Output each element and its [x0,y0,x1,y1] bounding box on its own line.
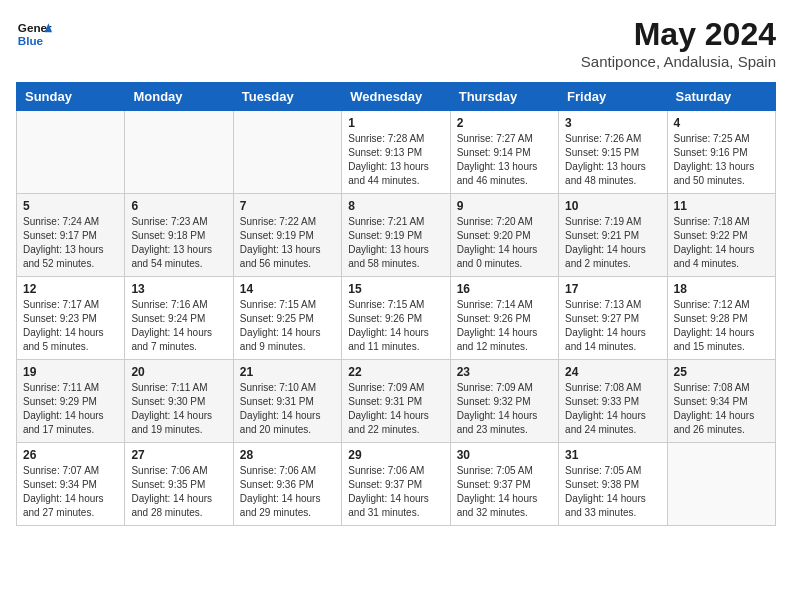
calendar-cell: 26Sunrise: 7:07 AM Sunset: 9:34 PM Dayli… [17,443,125,526]
calendar-cell: 19Sunrise: 7:11 AM Sunset: 9:29 PM Dayli… [17,360,125,443]
day-info: Sunrise: 7:19 AM Sunset: 9:21 PM Dayligh… [565,216,646,269]
calendar-cell: 13Sunrise: 7:16 AM Sunset: 9:24 PM Dayli… [125,277,233,360]
logo-icon: General Blue [16,16,52,52]
day-info: Sunrise: 7:28 AM Sunset: 9:13 PM Dayligh… [348,133,429,186]
calendar-cell: 29Sunrise: 7:06 AM Sunset: 9:37 PM Dayli… [342,443,450,526]
day-number: 31 [565,448,660,462]
day-info: Sunrise: 7:12 AM Sunset: 9:28 PM Dayligh… [674,299,755,352]
day-number: 9 [457,199,552,213]
day-info: Sunrise: 7:10 AM Sunset: 9:31 PM Dayligh… [240,382,321,435]
day-info: Sunrise: 7:11 AM Sunset: 9:30 PM Dayligh… [131,382,212,435]
day-number: 29 [348,448,443,462]
day-info: Sunrise: 7:18 AM Sunset: 9:22 PM Dayligh… [674,216,755,269]
day-number: 5 [23,199,118,213]
day-info: Sunrise: 7:15 AM Sunset: 9:25 PM Dayligh… [240,299,321,352]
day-number: 26 [23,448,118,462]
day-number: 12 [23,282,118,296]
calendar-cell: 16Sunrise: 7:14 AM Sunset: 9:26 PM Dayli… [450,277,558,360]
calendar-cell: 22Sunrise: 7:09 AM Sunset: 9:31 PM Dayli… [342,360,450,443]
day-number: 16 [457,282,552,296]
day-number: 22 [348,365,443,379]
day-number: 23 [457,365,552,379]
day-number: 21 [240,365,335,379]
calendar-table: SundayMondayTuesdayWednesdayThursdayFrid… [16,82,776,526]
calendar-cell: 10Sunrise: 7:19 AM Sunset: 9:21 PM Dayli… [559,194,667,277]
day-info: Sunrise: 7:06 AM Sunset: 9:37 PM Dayligh… [348,465,429,518]
calendar-week-row: 12Sunrise: 7:17 AM Sunset: 9:23 PM Dayli… [17,277,776,360]
day-info: Sunrise: 7:15 AM Sunset: 9:26 PM Dayligh… [348,299,429,352]
calendar-cell: 8Sunrise: 7:21 AM Sunset: 9:19 PM Daylig… [342,194,450,277]
calendar-cell: 28Sunrise: 7:06 AM Sunset: 9:36 PM Dayli… [233,443,341,526]
col-header-thursday: Thursday [450,83,558,111]
day-info: Sunrise: 7:21 AM Sunset: 9:19 PM Dayligh… [348,216,429,269]
calendar-cell: 4Sunrise: 7:25 AM Sunset: 9:16 PM Daylig… [667,111,775,194]
calendar-cell: 23Sunrise: 7:09 AM Sunset: 9:32 PM Dayli… [450,360,558,443]
calendar-cell: 1Sunrise: 7:28 AM Sunset: 9:13 PM Daylig… [342,111,450,194]
calendar-cell: 5Sunrise: 7:24 AM Sunset: 9:17 PM Daylig… [17,194,125,277]
calendar-week-row: 26Sunrise: 7:07 AM Sunset: 9:34 PM Dayli… [17,443,776,526]
calendar-week-row: 5Sunrise: 7:24 AM Sunset: 9:17 PM Daylig… [17,194,776,277]
day-info: Sunrise: 7:09 AM Sunset: 9:31 PM Dayligh… [348,382,429,435]
calendar-cell: 31Sunrise: 7:05 AM Sunset: 9:38 PM Dayli… [559,443,667,526]
day-number: 15 [348,282,443,296]
calendar-cell: 3Sunrise: 7:26 AM Sunset: 9:15 PM Daylig… [559,111,667,194]
calendar-cell: 27Sunrise: 7:06 AM Sunset: 9:35 PM Dayli… [125,443,233,526]
calendar-week-row: 1Sunrise: 7:28 AM Sunset: 9:13 PM Daylig… [17,111,776,194]
day-info: Sunrise: 7:20 AM Sunset: 9:20 PM Dayligh… [457,216,538,269]
day-number: 24 [565,365,660,379]
calendar-cell: 25Sunrise: 7:08 AM Sunset: 9:34 PM Dayli… [667,360,775,443]
day-info: Sunrise: 7:11 AM Sunset: 9:29 PM Dayligh… [23,382,104,435]
day-number: 20 [131,365,226,379]
calendar-cell [233,111,341,194]
day-number: 28 [240,448,335,462]
col-header-wednesday: Wednesday [342,83,450,111]
day-info: Sunrise: 7:05 AM Sunset: 9:37 PM Dayligh… [457,465,538,518]
day-number: 4 [674,116,769,130]
day-info: Sunrise: 7:14 AM Sunset: 9:26 PM Dayligh… [457,299,538,352]
calendar-cell: 9Sunrise: 7:20 AM Sunset: 9:20 PM Daylig… [450,194,558,277]
day-info: Sunrise: 7:16 AM Sunset: 9:24 PM Dayligh… [131,299,212,352]
logo: General Blue [16,16,52,52]
day-info: Sunrise: 7:09 AM Sunset: 9:32 PM Dayligh… [457,382,538,435]
day-info: Sunrise: 7:22 AM Sunset: 9:19 PM Dayligh… [240,216,321,269]
location-subtitle: Santiponce, Andalusia, Spain [581,53,776,70]
calendar-cell: 12Sunrise: 7:17 AM Sunset: 9:23 PM Dayli… [17,277,125,360]
calendar-cell: 6Sunrise: 7:23 AM Sunset: 9:18 PM Daylig… [125,194,233,277]
day-number: 3 [565,116,660,130]
day-number: 30 [457,448,552,462]
calendar-cell: 18Sunrise: 7:12 AM Sunset: 9:28 PM Dayli… [667,277,775,360]
calendar-cell: 24Sunrise: 7:08 AM Sunset: 9:33 PM Dayli… [559,360,667,443]
day-number: 10 [565,199,660,213]
day-number: 17 [565,282,660,296]
calendar-cell [17,111,125,194]
day-info: Sunrise: 7:08 AM Sunset: 9:34 PM Dayligh… [674,382,755,435]
day-info: Sunrise: 7:06 AM Sunset: 9:35 PM Dayligh… [131,465,212,518]
day-info: Sunrise: 7:26 AM Sunset: 9:15 PM Dayligh… [565,133,646,186]
calendar-cell: 14Sunrise: 7:15 AM Sunset: 9:25 PM Dayli… [233,277,341,360]
calendar-cell: 20Sunrise: 7:11 AM Sunset: 9:30 PM Dayli… [125,360,233,443]
calendar-cell [125,111,233,194]
day-number: 18 [674,282,769,296]
day-number: 25 [674,365,769,379]
day-info: Sunrise: 7:08 AM Sunset: 9:33 PM Dayligh… [565,382,646,435]
month-year-title: May 2024 [581,16,776,53]
day-info: Sunrise: 7:24 AM Sunset: 9:17 PM Dayligh… [23,216,104,269]
day-info: Sunrise: 7:05 AM Sunset: 9:38 PM Dayligh… [565,465,646,518]
svg-text:Blue: Blue [18,34,44,47]
col-header-sunday: Sunday [17,83,125,111]
day-number: 19 [23,365,118,379]
calendar-cell: 7Sunrise: 7:22 AM Sunset: 9:19 PM Daylig… [233,194,341,277]
day-number: 6 [131,199,226,213]
day-info: Sunrise: 7:17 AM Sunset: 9:23 PM Dayligh… [23,299,104,352]
calendar-cell: 30Sunrise: 7:05 AM Sunset: 9:37 PM Dayli… [450,443,558,526]
day-info: Sunrise: 7:25 AM Sunset: 9:16 PM Dayligh… [674,133,755,186]
day-number: 14 [240,282,335,296]
page-header: General Blue May 2024 Santiponce, Andalu… [16,16,776,70]
calendar-header-row: SundayMondayTuesdayWednesdayThursdayFrid… [17,83,776,111]
calendar-cell: 2Sunrise: 7:27 AM Sunset: 9:14 PM Daylig… [450,111,558,194]
day-number: 1 [348,116,443,130]
col-header-saturday: Saturday [667,83,775,111]
day-number: 13 [131,282,226,296]
col-header-tuesday: Tuesday [233,83,341,111]
day-number: 11 [674,199,769,213]
